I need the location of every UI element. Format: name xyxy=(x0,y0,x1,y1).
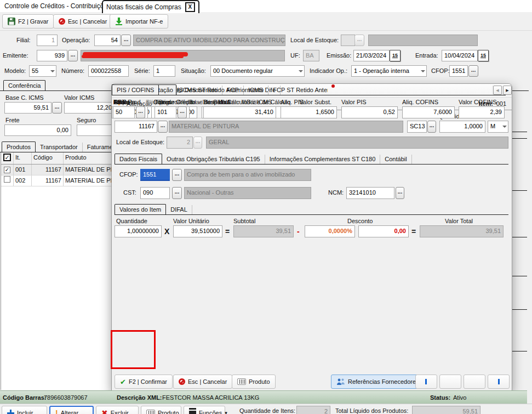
column-produto[interactable]: Produto xyxy=(64,152,116,164)
cancelar-button[interactable]: Esc | Cancelar xyxy=(53,14,112,29)
tab-transportador[interactable]: Transportador xyxy=(36,143,83,152)
local-estoque-modal-label: Local de Estoque: xyxy=(116,139,164,145)
tab-dados-fiscais[interactable]: Dados Fiscais xyxy=(115,154,162,165)
emissao-calendar-icon[interactable]: 15 xyxy=(390,50,401,61)
column-it[interactable]: It. xyxy=(14,152,32,164)
numero-field[interactable]: 000022558 xyxy=(88,65,129,77)
tab-outras-obrigacoes[interactable]: Outras Obrigações Tributária C195 xyxy=(162,155,265,164)
nav-last-button[interactable] xyxy=(488,375,510,389)
valor-icms-field[interactable]: 12,20 xyxy=(64,102,115,114)
serie-field[interactable]: 1 xyxy=(153,65,175,77)
base-icms-ellipsis-button[interactable]: ... xyxy=(52,102,62,114)
cfop-ellipsis-button[interactable]: ... xyxy=(172,169,182,181)
frete-conf-field[interactable]: 0,00 xyxy=(4,124,71,136)
valor-subst-label: Valor Subst. xyxy=(299,99,331,105)
desconto-valor-field[interactable]: 0,00 xyxy=(358,225,409,237)
tab-info-complementares[interactable]: Informações Complementares ST C180 xyxy=(265,155,381,164)
incluir-button[interactable]: Incluir xyxy=(2,406,47,414)
nav-prev-button[interactable] xyxy=(439,375,461,389)
row-checkbox-checked[interactable]: ✓ xyxy=(4,167,10,173)
tab-faturamento[interactable]: Faturamento xyxy=(83,143,115,152)
cancel-icon xyxy=(59,18,65,25)
close-icon[interactable]: X xyxy=(185,2,195,12)
cfop-field[interactable]: 1551 xyxy=(140,169,170,181)
referencias-fornecedores-button[interactable]: Referências Fornecedores xyxy=(331,375,425,389)
produto-codigo-field[interactable]: 11167 xyxy=(115,121,157,133)
pis-base-field[interactable]: 31,410 xyxy=(203,106,276,118)
emitente-ellipsis-button[interactable]: ... xyxy=(68,50,78,61)
local-estoque-modal-field[interactable]: 2 xyxy=(167,137,193,149)
aliq-cofins-field[interactable]: 7,6000 xyxy=(402,106,455,118)
column-codigo[interactable]: Código xyxy=(32,152,64,164)
produto-ellipsis-button[interactable]: ... xyxy=(158,121,168,133)
tab-conferencia[interactable]: Conferência xyxy=(3,80,45,91)
filial-field[interactable]: 1 xyxy=(37,35,58,46)
tab-contabil[interactable]: Contábil xyxy=(380,155,411,164)
valor-cofins-field[interactable]: 2,39 xyxy=(459,106,505,118)
unidade-ellipsis-button[interactable]: ... xyxy=(427,121,436,133)
cfop-header-field[interactable]: 1551 xyxy=(449,65,468,77)
qtd-fracionada-field[interactable]: 1,0000 xyxy=(439,121,485,133)
emissao-field[interactable]: 21/03/2024 xyxy=(353,50,390,61)
tab-pis-cofins[interactable]: PIS / COFINS xyxy=(112,84,159,95)
desconto-pct-field[interactable]: 0,0000% xyxy=(305,225,355,237)
cancel-icon xyxy=(179,378,185,385)
tab-valores-do-item[interactable]: Valores do Item xyxy=(115,204,166,215)
produto-modal-button[interactable]: Produto xyxy=(232,375,276,389)
unidade-field[interactable]: SC13 xyxy=(407,121,427,133)
nav-first-button[interactable] xyxy=(415,375,437,389)
tab-produtos[interactable]: Produtos xyxy=(2,141,36,152)
situacao-select[interactable]: 00 Documento regular xyxy=(210,65,305,77)
pis-cst-field[interactable]: 50 xyxy=(113,106,135,118)
row-checkbox-unchecked[interactable] xyxy=(4,176,10,183)
referencias-label: Referências Fornecedores xyxy=(348,378,419,385)
importar-nfe-button[interactable]: Importar NF-e xyxy=(110,14,168,29)
divider xyxy=(511,132,527,132)
quantidade-field[interactable]: 1,00000000 xyxy=(115,225,162,237)
valor-unitario-label: Valor Unitário xyxy=(173,218,209,224)
indicador-op-select[interactable]: 1 - Operação interna xyxy=(351,65,427,77)
cfop-label: CFOP: xyxy=(119,171,138,178)
funcoes-button[interactable]: Funções ▾ xyxy=(184,406,225,414)
pis-cst-label: CST xyxy=(113,99,125,105)
base-icms-field[interactable]: 59,51 xyxy=(4,102,52,114)
window-tab-controle[interactable]: Controle de Créditos - Contribuições xyxy=(4,2,111,10)
emitente-field[interactable]: 939 xyxy=(37,50,67,61)
nav-next-button[interactable] xyxy=(464,375,485,389)
ncm-field[interactable]: 32141010 xyxy=(346,187,394,199)
produto-modal-label: Produto xyxy=(249,378,270,385)
alterar-button[interactable]: ! Alterar xyxy=(49,406,94,414)
cfop-header-ellipsis-button[interactable]: ... xyxy=(468,65,478,77)
select-all-column[interactable]: ✓ xyxy=(1,152,14,164)
local-estoque-ellipsis-button[interactable]: ... xyxy=(354,35,364,46)
local-estoque-modal-ellipsis-button[interactable]: ... xyxy=(193,137,202,149)
tipo-credito-ellipsis-button[interactable]: ... xyxy=(178,106,187,118)
cancelar-modal-button[interactable]: Esc | Cancelar xyxy=(173,375,232,389)
aliq-pis-field[interactable]: 1,6500 xyxy=(281,106,337,118)
excluir-button[interactable]: ✖ Excluir xyxy=(96,406,139,414)
local-estoque-field[interactable] xyxy=(341,35,355,46)
cst-ellipsis-button[interactable]: ... xyxy=(172,187,182,199)
window-tab-notas[interactable]: Notas fiscais de Compras X xyxy=(102,0,199,13)
cst-field[interactable]: 090 xyxy=(140,187,170,199)
entrada-field[interactable]: 10/04/2024 xyxy=(442,50,478,61)
produto-bottom-button[interactable]: Produto xyxy=(141,406,181,414)
pis-cst-ellipsis-button[interactable]: ... xyxy=(136,106,145,118)
entrada-calendar-icon[interactable]: 15 xyxy=(478,50,489,61)
table-row[interactable]: ✓ 001 11167 MATERIAL DE PINTURA xyxy=(1,165,116,175)
tab-difal[interactable]: DIFAL xyxy=(166,205,192,214)
gravar-button[interactable]: F2 | Gravar xyxy=(2,14,54,29)
operacao-field[interactable]: 54 xyxy=(94,35,121,46)
select-all-checkbox[interactable]: ✓ xyxy=(3,154,11,161)
ncm-ellipsis-button[interactable]: ... xyxy=(396,187,404,199)
operacao-ellipsis-button[interactable]: ... xyxy=(121,35,131,46)
cfop-header-label: CFOP: xyxy=(431,67,450,74)
confirmar-button[interactable]: ✔ F2 | Confirmar xyxy=(115,375,173,389)
minus-operator: - xyxy=(297,227,300,236)
emitente-desc-field xyxy=(81,50,285,61)
barcode-icon xyxy=(237,378,246,385)
valor-unitario-field[interactable]: 39,510000 xyxy=(173,225,222,237)
valor-pis-field[interactable]: 0,52 xyxy=(341,106,398,118)
tipo-credito-field[interactable]: 101 xyxy=(155,106,176,118)
table-row[interactable]: 002 11167 MATERIAL DE PINTURA xyxy=(1,175,116,186)
